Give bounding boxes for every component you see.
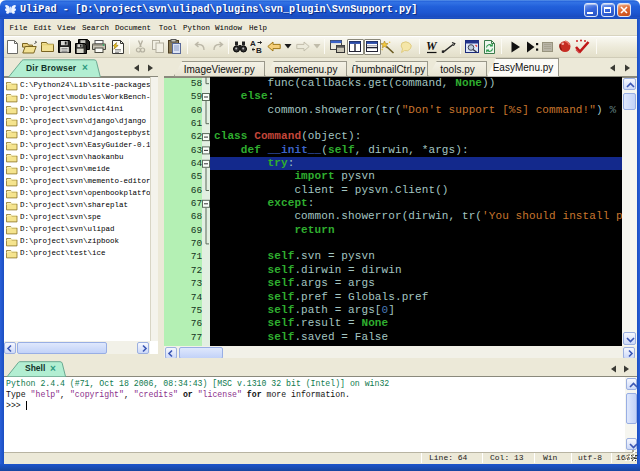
svg-text:B: B (256, 46, 262, 54)
svg-text:W: W (426, 40, 438, 53)
